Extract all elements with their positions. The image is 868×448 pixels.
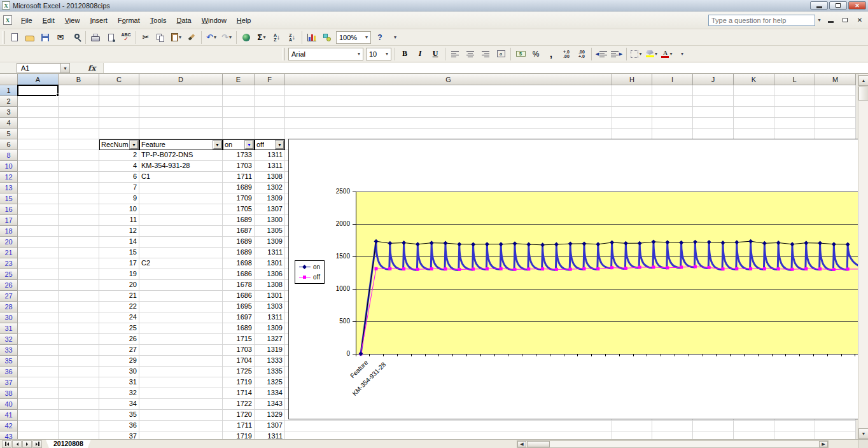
cell-J42[interactable] [693,421,734,431]
cell-F5[interactable] [255,129,285,139]
help-button[interactable]: ? [372,31,388,45]
cell-I3[interactable] [652,107,693,118]
cell-C17[interactable]: 11 [99,215,139,226]
cell-A30[interactable] [18,312,59,323]
cell-F28[interactable]: 1303 [255,302,285,312]
workbook-close-button[interactable]: ✕ [855,16,864,25]
cell-C25[interactable]: 19 [99,269,139,280]
embedded-chart[interactable]: 05001000150020002500FeatureKM-354-931-28… [288,139,858,419]
cell-D26[interactable] [139,280,223,291]
column-header-F[interactable]: F [255,74,285,85]
zoom-dropdown-icon[interactable]: ▾ [363,34,370,40]
cell-L3[interactable] [774,107,815,118]
cell-D6[interactable]: Feature▼ [139,139,223,150]
cell-J1[interactable] [693,85,734,96]
cell-H4[interactable] [612,118,652,129]
cell-J5[interactable] [693,129,734,139]
cell-D12[interactable]: C1 [139,172,223,183]
cell-B26[interactable] [59,280,99,291]
cell-A40[interactable] [18,399,59,410]
cell-D4[interactable] [139,118,223,129]
cell-F33[interactable]: 1319 [255,345,285,356]
cell-E37[interactable]: 1719 [223,377,255,388]
cell-J43[interactable] [693,431,734,439]
row-header-41[interactable]: 41 [0,410,18,421]
cell-D33[interactable] [139,345,223,356]
row-header-28[interactable]: 28 [0,302,18,312]
merge-and-center-button[interactable]: a [493,47,508,61]
row-header-16[interactable]: 16 [0,204,18,215]
cell-B43[interactable] [59,431,99,439]
previous-sheet-button[interactable] [12,440,22,448]
cell-B32[interactable] [59,334,99,345]
cell-K42[interactable] [734,421,774,431]
sort-ascending-button[interactable]: AZ↓ [269,31,284,45]
font-color-button[interactable]: A▾ [659,47,675,61]
cell-J2[interactable] [693,96,734,107]
cell-A26[interactable] [18,280,59,291]
cell-A31[interactable] [18,323,59,334]
chart-legend[interactable]: onoff [295,260,325,284]
column-header-M[interactable]: M [815,74,856,85]
cell-H43[interactable] [612,431,652,439]
cell-F32[interactable]: 1327 [255,334,285,345]
column-header-H[interactable]: H [612,74,652,85]
bold-button[interactable]: B [397,47,412,61]
redo-button[interactable]: ↷▾ [219,31,234,45]
print-preview-button[interactable] [103,31,118,45]
cell-C27[interactable]: 21 [99,291,139,302]
close-button[interactable]: ✕ [848,1,866,10]
autosum-button[interactable]: Σ▾ [254,31,269,45]
help-dropdown-icon[interactable]: ▾ [815,17,823,23]
cell-M4[interactable] [815,118,856,129]
cell-L1[interactable] [774,85,815,96]
cell-C38[interactable]: 32 [99,388,139,399]
row-header-36[interactable]: 36 [0,367,18,377]
cell-D1[interactable] [139,85,223,96]
filter-dropdown-feature[interactable]: ▼ [213,141,221,149]
cell-L2[interactable] [774,96,815,107]
cell-F42[interactable]: 1307 [255,421,285,431]
cell-F40[interactable]: 1343 [255,399,285,410]
row-header-40[interactable]: 40 [0,399,18,410]
cell-F2[interactable] [255,96,285,107]
restore-button[interactable] [829,1,847,10]
formula-input[interactable] [103,63,868,73]
cell-B35[interactable] [59,356,99,367]
cell-C21[interactable]: 15 [99,248,139,258]
cell-B42[interactable] [59,421,99,431]
cell-F37[interactable]: 1325 [255,377,285,388]
cell-B31[interactable] [59,323,99,334]
cell-G42[interactable] [285,421,612,431]
cell-E32[interactable]: 1715 [223,334,255,345]
cell-A6[interactable] [18,139,59,150]
cell-C10[interactable]: 4 [99,161,139,172]
cell-F13[interactable]: 1302 [255,183,285,193]
cell-A15[interactable] [18,193,59,204]
cell-L43[interactable] [774,431,815,439]
comma-style-button[interactable]: , [543,47,559,61]
row-header-13[interactable]: 13 [0,183,18,193]
minimize-button[interactable] [810,1,828,10]
sort-descending-button[interactable]: ZA↓ [284,31,300,45]
cell-F25[interactable]: 1306 [255,269,285,280]
cell-E40[interactable]: 1722 [223,399,255,410]
cell-D36[interactable] [139,367,223,377]
cell-D25[interactable] [139,269,223,280]
cell-E25[interactable]: 1686 [223,269,255,280]
cell-B8[interactable] [59,150,99,161]
cell-G3[interactable] [285,107,612,118]
row-header-17[interactable]: 17 [0,215,18,226]
mail-button[interactable]: ✉ [53,31,68,45]
align-left-button[interactable] [447,47,463,61]
column-header-C[interactable]: C [99,74,139,85]
undo-button[interactable]: ↶▾ [204,31,219,45]
select-all-corner[interactable] [0,74,18,85]
cell-C18[interactable]: 12 [99,226,139,237]
cell-B37[interactable] [59,377,99,388]
cell-C8[interactable]: 2 [99,150,139,161]
align-right-button[interactable] [478,47,493,61]
cell-A27[interactable] [18,291,59,302]
cell-A36[interactable] [18,367,59,377]
cell-C2[interactable] [99,96,139,107]
